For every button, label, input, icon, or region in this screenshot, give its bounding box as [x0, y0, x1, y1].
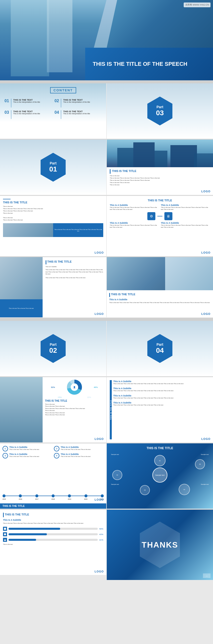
row-circles-diagram: ① This Is A Subtitle This is the text Th… — [0, 443, 213, 509]
subtitle-3: This Is A Subtitle — [110, 222, 159, 224]
bottom-title-bar: THIS IS THE TITLE — [0, 503, 106, 509]
timeline-years: 2015 2016 2017 2018 2019 2020 2021 — [3, 498, 104, 500]
slide-title: THIS IS THE TITLE — [112, 169, 136, 172]
prog-bar-label-2: 43% — [3, 532, 103, 536]
img-text-right: THIS IS THE TITLE This Is A Subtitle Thi… — [107, 257, 213, 317]
prog-fill-1 — [9, 528, 60, 530]
part03-hexagon: Part 03 — [147, 97, 172, 126]
surr-circle-br: 04 — [179, 484, 190, 495]
prog-pct-1: 58% — [99, 528, 103, 530]
img-left — [3, 223, 53, 237]
building-s3 — [155, 151, 167, 167]
thanks-page-num: — — [203, 573, 210, 578]
content-title-3: THIS IS THE TEXT — [13, 110, 40, 113]
part01-slide: Part 01 — [0, 140, 106, 195]
vert-item-1: This Is A Subtitle This is the text This… — [113, 380, 210, 385]
content-item-2: 02 THIS IS THE TEXT This is the interpre… — [54, 98, 103, 108]
blue-bar-accent — [46, 260, 46, 264]
row-part02-part04: Part 02 Part 04 — [0, 321, 213, 376]
label-br: Sample text — [201, 484, 209, 485]
vert-subtitle-1: This Is A Subtitle — [113, 380, 210, 383]
split-layout: This is the text This is the text This i… — [0, 257, 106, 317]
svg-marker-2 — [4, 539, 6, 541]
year-1: 2015 — [3, 498, 6, 500]
prog-bar-1 — [9, 528, 98, 530]
vert-subtitle-2: This Is A Subtitle — [113, 387, 210, 390]
subtitle-4: This Is A Subtitle — [161, 222, 210, 224]
progress-slide: THIS IS THE TITLE This Is A Subtitle Thi… — [0, 510, 106, 575]
prog-accent — [3, 513, 4, 517]
surr-text-tr: 05 — [199, 463, 201, 465]
circle-diagram-slide: THIS IS THE TITLE Sample text 01 02 03 0… — [107, 443, 213, 509]
title-box: THIS IS THE TITLE OF THE SPEECH — [85, 48, 213, 80]
dot-4 — [52, 494, 55, 497]
right-col-extra: This is the text This is the text This i… — [46, 277, 103, 279]
chart-content: 31% 👤 40% 15% 16% THIS IS THE TITLE This — [43, 377, 106, 442]
content-num-2: 02 — [55, 99, 59, 103]
dot-6 — [84, 494, 87, 497]
part04-slide: Part 04 — [107, 321, 213, 376]
subtitles-slide: THIS IS THE TITLE This Is A Subtitle Thi… — [107, 196, 213, 256]
blue-bottom: This is the text This is the text This i… — [0, 299, 43, 317]
img-caption: This is the text This is the text This i… — [8, 307, 34, 310]
building-s1 — [117, 148, 133, 167]
part01-num: 01 — [49, 165, 57, 173]
content-title-2: THIS IS THE TEXT — [63, 99, 90, 101]
content-grid: 01 THIS IS THE TEXT This is the interpre… — [4, 98, 102, 120]
vert-bar-text: THIS IS THE TITLE — [110, 400, 112, 420]
prog-fill-3 — [9, 539, 36, 541]
chart-pct-row2: 15% 16% — [45, 396, 104, 398]
prog-bg-2 — [9, 533, 98, 535]
prog-bar-row-3: 31% — [3, 538, 103, 542]
top-img-right — [165, 257, 213, 290]
logo-vert: LOGO — [201, 437, 210, 440]
circle-item-2: ② This Is A Subtitle This is the text Th… — [54, 446, 104, 451]
vert-body-2: This is the text This is the text This i… — [113, 390, 210, 392]
surr-text-left: 02 — [117, 474, 118, 476]
svg-rect-0 — [4, 528, 6, 530]
logo-subtitles: LOGO — [201, 251, 210, 254]
line-5 — [71, 496, 84, 496]
logo-img-right: LOGO — [201, 312, 210, 315]
logo-left: LOGO — [95, 251, 104, 254]
donut-inner: 👤 — [71, 383, 78, 391]
prog-subtitle: This Is A Subtitle — [3, 519, 103, 521]
vertical-bar-slide: THIS IS THE TITLE This Is A Subtitle Thi… — [107, 377, 213, 442]
main-title: THIS IS THE TITLE OF THE SPEECH — [93, 61, 187, 68]
surr-circle-left: 02 — [112, 470, 122, 480]
dot-1 — [3, 494, 6, 497]
surr-circle-top: 01 — [154, 455, 166, 466]
part02-label: Part — [50, 342, 56, 346]
thanks-slide: THANKS — — [107, 510, 213, 580]
line-2 — [22, 496, 35, 496]
circle-subtitle-2: This Is A Subtitle — [61, 446, 90, 448]
subtitle-1: This Is A Subtitle — [110, 204, 159, 206]
building-s5 — [194, 153, 213, 167]
part01-label: Part — [50, 161, 56, 165]
prog-bar-2 — [9, 533, 98, 535]
icons-row: ⚙ 🖥 — [110, 212, 210, 220]
prog-bar-label-1: 58% — [3, 527, 103, 531]
circle-body-1: This is the text This is the text This i… — [9, 448, 39, 450]
svg-point-1 — [4, 533, 6, 535]
building-col2 — [47, 0, 72, 72]
year-6: 2020 — [84, 498, 87, 500]
diagram-title: THIS IS THE TITLE — [110, 446, 210, 450]
right-col-title: THIS IS THE TITLE — [47, 260, 72, 263]
part04-label: Part — [156, 342, 163, 346]
icon-1: ⚙ — [147, 212, 155, 220]
surr-text-br: 04 — [183, 489, 185, 490]
left-image-col: This is the text This is the text This i… — [0, 257, 43, 317]
building-col — [11, 0, 49, 76]
surr-circle-bl: 03 — [140, 485, 150, 495]
right-col-body: This is the text This is the text This i… — [46, 269, 103, 275]
dot-3 — [35, 494, 38, 497]
subtitle-body-4: This is the text This is the text This i… — [161, 224, 210, 228]
prog-title: THIS IS THE TITLE — [5, 513, 29, 516]
part02-slide: Part 02 — [0, 321, 106, 376]
chart-slide: 31% 👤 40% 15% 16% THIS IS THE TITLE This — [0, 377, 106, 442]
content-divider-2 — [61, 99, 61, 107]
top-img-area — [107, 257, 213, 290]
content-slide: CONTENT 01 THIS IS THE TEXT This is the … — [0, 83, 106, 139]
circle-body-2: This is the text This is the text This i… — [61, 448, 90, 450]
